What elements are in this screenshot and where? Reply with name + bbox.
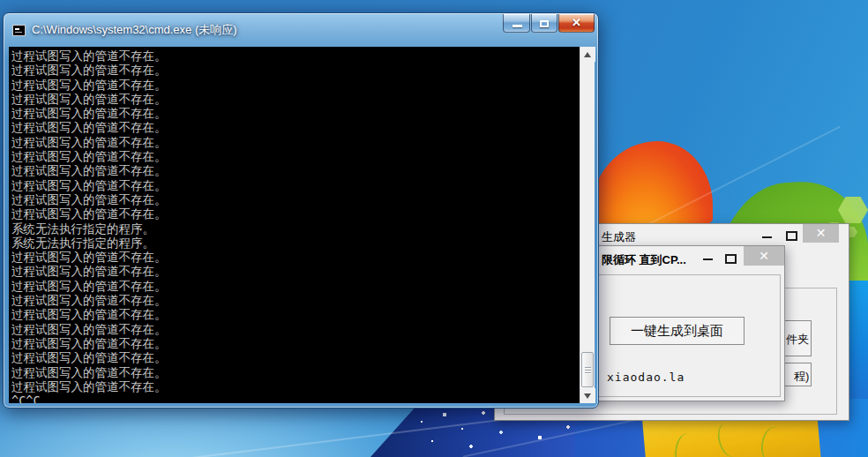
console-line: ^C^C <box>11 393 577 403</box>
close-button[interactable]: ✕ <box>744 246 784 266</box>
console-line: 过程试图写入的管道不存在。 <box>11 49 577 63</box>
console-line: 过程试图写入的管道不存在。 <box>11 149 577 163</box>
generator-window-title: 生成器 <box>602 229 636 245</box>
console-line: 过程试图写入的管道不存在。 <box>11 78 577 92</box>
console-line: 过程试图写入的管道不存在。 <box>11 192 577 206</box>
console-line: 过程试图写入的管道不存在。 <box>11 178 577 192</box>
console-output: 过程试图写入的管道不存在。过程试图写入的管道不存在。过程试图写入的管道不存在。过… <box>9 47 595 403</box>
wallpaper-red-petal <box>589 141 713 224</box>
maximize-icon[interactable] <box>725 254 737 264</box>
console-line: 过程试图写入的管道不存在。 <box>11 322 577 336</box>
loop-tool-window: 限循环 直到CP... ✕ 一键生成到桌面 xiaodao.la <box>589 245 785 401</box>
loop-tool-window-title: 限循环 直到CP... <box>602 252 686 268</box>
minimize-icon[interactable] <box>762 236 772 238</box>
title-bar[interactable]: C:\Windows\system32\cmd.exe (未响应) <box>12 23 237 37</box>
console-line: 过程试图写入的管道不存在。 <box>11 264 577 278</box>
close-icon: ✕ <box>759 249 769 263</box>
console-line: 系统无法执行指定的程序。 <box>11 221 577 236</box>
console-line: 过程试图写入的管道不存在。 <box>11 279 577 293</box>
console-line: 过程试图写入的管道不存在。 <box>11 336 577 350</box>
wallpaper-grass <box>672 431 700 457</box>
desktop: 生成器 ✕ 件夹 程) 限循环 直到CP... ✕ 一键生成到桌面 xiaoda… <box>0 0 868 457</box>
maximize-icon <box>540 20 549 27</box>
cmd-icon <box>12 25 26 36</box>
thumb-grip <box>585 367 591 368</box>
maximize-button[interactable] <box>531 14 557 33</box>
minimize-icon <box>513 25 522 27</box>
console-line: 过程试图写入的管道不存在。 <box>11 63 577 77</box>
wallpaper-grass <box>715 420 745 457</box>
generate-to-desktop-button[interactable]: 一键生成到桌面 <box>610 317 745 345</box>
site-text: xiaodao.la <box>607 371 685 384</box>
cmd-window: C:\Windows\system32\cmd.exe (未响应) ✕ 过程试图… <box>3 12 599 408</box>
wallpaper-grass <box>759 425 787 457</box>
scrollbar-thumb[interactable] <box>581 352 594 387</box>
scrollbar[interactable] <box>580 47 595 403</box>
arrow-up-icon <box>584 52 591 57</box>
close-icon: ✕ <box>559 16 594 29</box>
help-button-label: 程) <box>794 369 809 385</box>
console-line: 过程试图写入的管道不存在。 <box>11 163 577 177</box>
open-folder-button-label: 件夹 <box>786 333 809 346</box>
minimize-button[interactable] <box>503 14 530 33</box>
console-line: 过程试图写入的管道不存在。 <box>11 293 577 307</box>
console-line: 过程试图写入的管道不存在。 <box>11 135 577 149</box>
console-line: 过程试图写入的管道不存在。 <box>11 120 577 134</box>
console-line: 过程试图写入的管道不存在。 <box>11 365 577 379</box>
console-line: 过程试图写入的管道不存在。 <box>11 307 577 321</box>
console-line: 过程试图写入的管道不存在。 <box>11 250 577 264</box>
console-line: 过程试图写入的管道不存在。 <box>11 106 577 120</box>
minimize-icon[interactable] <box>703 258 713 260</box>
console-text: 过程试图写入的管道不存在。过程试图写入的管道不存在。过程试图写入的管道不存在。过… <box>11 49 577 403</box>
thumb-grip <box>585 370 591 371</box>
console-line: 过程试图写入的管道不存在。 <box>11 350 577 364</box>
thumb-grip <box>585 372 591 373</box>
close-icon: ✕ <box>816 226 827 240</box>
console-line: 过程试图写入的管道不存在。 <box>11 206 577 221</box>
console-line: 系统无法执行指定的程序。 <box>11 236 577 250</box>
close-button[interactable]: ✕ <box>803 224 839 243</box>
window-title: C:\Windows\system32\cmd.exe (未响应) <box>32 22 237 38</box>
maximize-icon[interactable] <box>786 231 797 241</box>
scroll-down-button[interactable] <box>580 388 595 403</box>
scroll-up-button[interactable] <box>580 47 595 62</box>
console-line: 过程试图写入的管道不存在。 <box>11 379 577 393</box>
console-line: 过程试图写入的管道不存在。 <box>11 92 577 106</box>
arrow-down-icon <box>584 393 591 399</box>
close-button[interactable]: ✕ <box>558 14 595 33</box>
